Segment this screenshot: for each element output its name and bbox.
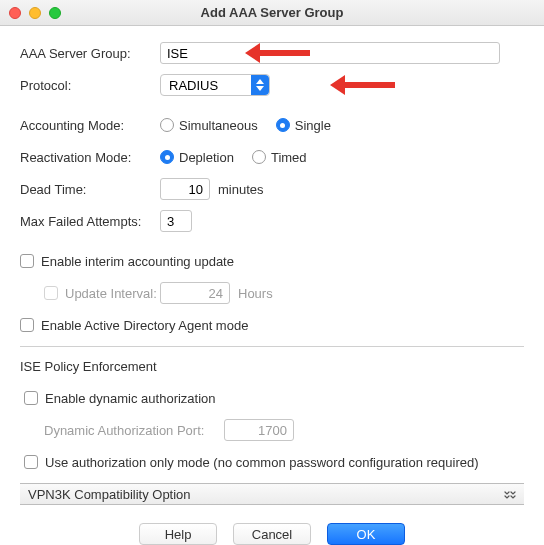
radio-label: Simultaneous — [179, 118, 258, 133]
protocol-label: Protocol: — [20, 78, 160, 93]
accounting-simultaneous-radio[interactable]: Simultaneous — [160, 118, 258, 133]
reactivation-mode-label: Reactivation Mode: — [20, 150, 160, 165]
annotation-arrow-icon — [330, 75, 395, 95]
window-title: Add AAA Server Group — [0, 5, 544, 20]
accounting-single-radio[interactable]: Single — [276, 118, 331, 133]
max-failed-label: Max Failed Attempts: — [20, 214, 160, 229]
protocol-select-wrap[interactable]: RADIUS — [160, 74, 270, 96]
reactivation-timed-radio[interactable]: Timed — [252, 150, 307, 165]
dead-time-unit: minutes — [218, 182, 264, 197]
button-bar: Help Cancel OK — [20, 505, 524, 545]
server-group-label: AAA Server Group: — [20, 46, 160, 61]
radio-label: Single — [295, 118, 331, 133]
dead-time-input[interactable] — [160, 178, 210, 200]
chevron-down-icon — [504, 487, 516, 502]
ise-section-label: ISE Policy Enforcement — [20, 359, 157, 374]
update-interval-unit: Hours — [238, 286, 273, 301]
titlebar: Add AAA Server Group — [0, 0, 544, 26]
protocol-select[interactable]: RADIUS — [160, 74, 270, 96]
help-button[interactable]: Help — [139, 523, 217, 545]
checkbox-label: Enable Active Directory Agent mode — [41, 318, 248, 333]
max-failed-input[interactable] — [160, 210, 192, 232]
ok-button[interactable]: OK — [327, 523, 405, 545]
vpn3k-compat-accordion[interactable]: VPN3K Compatibility Option — [20, 483, 524, 505]
radio-label: Depletion — [179, 150, 234, 165]
divider — [20, 346, 524, 347]
authorization-only-checkbox[interactable]: Use authorization only mode (no common p… — [24, 455, 479, 470]
dynamic-auth-port-input[interactable] — [224, 419, 294, 441]
update-interval-label: Update Interval: — [65, 286, 160, 301]
update-interval-checkbox[interactable]: Update Interval: — [44, 286, 160, 301]
reactivation-depletion-radio[interactable]: Depletion — [160, 150, 234, 165]
dynamic-auth-port-label: Dynamic Authorization Port: — [44, 423, 224, 438]
ad-agent-checkbox[interactable]: Enable Active Directory Agent mode — [20, 318, 248, 333]
dialog-content: AAA Server Group: Protocol: RADIUS — [0, 26, 544, 545]
dynamic-auth-checkbox[interactable]: Enable dynamic authorization — [24, 391, 216, 406]
radio-label: Timed — [271, 150, 307, 165]
dead-time-label: Dead Time: — [20, 182, 160, 197]
cancel-button[interactable]: Cancel — [233, 523, 311, 545]
accounting-mode-label: Accounting Mode: — [20, 118, 160, 133]
checkbox-label: Enable dynamic authorization — [45, 391, 216, 406]
checkbox-label: Use authorization only mode (no common p… — [45, 455, 479, 470]
accordion-label: VPN3K Compatibility Option — [28, 487, 191, 502]
checkbox-label: Enable interim accounting update — [41, 254, 234, 269]
interim-accounting-checkbox[interactable]: Enable interim accounting update — [20, 254, 234, 269]
annotation-arrow-icon — [245, 43, 310, 63]
server-group-input[interactable] — [160, 42, 500, 64]
update-interval-input[interactable] — [160, 282, 230, 304]
